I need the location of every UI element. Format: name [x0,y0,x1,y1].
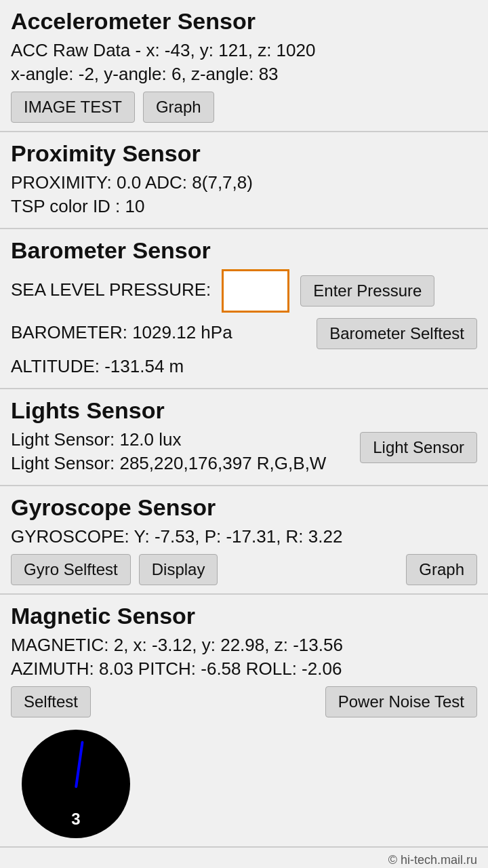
compass-needle [75,741,84,788]
image-test-button[interactable]: IMAGE TEST [11,92,135,123]
magnetic-title: Magnetic Sensor [11,603,477,629]
footer-text: © hi-tech.mail.ru [388,853,477,867]
barometer-value: BAROMETER: 1029.12 hPa [11,322,232,343]
power-noise-test-button[interactable]: Power Noise Test [325,686,477,717]
selftest-button[interactable]: Selftest [11,686,91,717]
barometer-section: Barometer Sensor SEA LEVEL PRESSURE: Ent… [0,229,488,389]
gyroscope-data: GYROSCOPE: Y: -7.53, P: -17.31, R: 3.22 [11,526,477,547]
gyro-display-button[interactable]: Display [139,554,218,585]
accelerometer-graph-button[interactable]: Graph [143,92,214,123]
gyroscope-title: Gyroscope Sensor [11,494,477,521]
light-sensor-line1: Light Sensor: 12.0 lux [11,429,326,450]
barometer-selftest-button[interactable]: Barometer Selftest [317,318,477,349]
accelerometer-title: Accelerometer Sensor [11,8,477,35]
accelerometer-section: Accelerometer Sensor ACC Raw Data - x: -… [0,0,488,132]
altitude-value: ALTITUDE: -131.54 m [11,356,477,377]
magnetic-section: Magnetic Sensor MAGNETIC: 2, x: -3.12, y… [0,595,488,848]
light-sensor-button[interactable]: Light Sensor [360,432,477,463]
proximity-title: Proximity Sensor [11,140,477,167]
gyroscope-section: Gyroscope Sensor GYROSCOPE: Y: -7.53, P:… [0,486,488,595]
accelerometer-raw-data: ACC Raw Data - x: -43, y: 121, z: 1020 [11,40,477,61]
gyro-selftest-button[interactable]: Gyro Selftest [11,554,131,585]
lights-title: Lights Sensor [11,397,477,424]
proximity-line1: PROXIMITY: 0.0 ADC: 8(7,7,8) [11,172,477,193]
footer: © hi-tech.mail.ru [0,848,488,868]
lights-section: Lights Sensor Light Sensor: 12.0 lux Lig… [0,389,488,486]
magnetic-line2: AZIMUTH: 8.03 PITCH: -6.58 ROLL: -2.06 [11,658,477,679]
compass: 3 [22,730,130,838]
sea-level-label: SEA LEVEL PRESSURE: [11,279,211,300]
magnetic-line1: MAGNETIC: 2, x: -3.12, y: 22.98, z: -13.… [11,635,477,656]
accelerometer-angles: x-angle: -2, y-angle: 6, z-angle: 83 [11,64,477,85]
compass-number: 3 [71,810,80,829]
pressure-input[interactable] [222,269,289,313]
light-sensor-line2: Light Sensor: 285,220,176,397 R,G,B,W [11,453,326,474]
enter-pressure-button[interactable]: Enter Pressure [300,275,434,307]
proximity-section: Proximity Sensor PROXIMITY: 0.0 ADC: 8(7… [0,132,488,229]
gyro-graph-button[interactable]: Graph [406,554,477,585]
barometer-title: Barometer Sensor [11,237,477,264]
proximity-line2: TSP color ID : 10 [11,196,477,217]
